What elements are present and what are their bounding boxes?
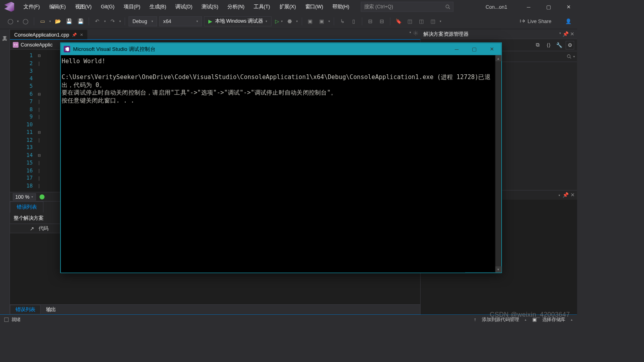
- save-button[interactable]: 💾: [64, 17, 74, 26]
- pin-icon[interactable]: 📌: [563, 192, 568, 198]
- console-output[interactable]: Hello World! C:\Users\VeritySeeker\OneDr…: [61, 55, 495, 273]
- console-close-button[interactable]: ✕: [483, 43, 501, 55]
- share-icon: [520, 18, 525, 24]
- tb-btn-g[interactable]: ⊟: [377, 17, 386, 26]
- separator: [34, 17, 34, 25]
- tb-btn-h[interactable]: 🔖: [394, 17, 403, 26]
- menu-file[interactable]: 文件(F): [19, 1, 44, 13]
- bottom-tab-errors[interactable]: 错误列表: [10, 305, 41, 314]
- separator: [302, 17, 302, 25]
- window-maximize-button[interactable]: ▢: [540, 0, 557, 13]
- editor-tab[interactable]: ConsoleApplication1.cpp 📌 ✕: [10, 30, 87, 39]
- tb-btn-e[interactable]: ▯: [349, 17, 358, 26]
- chevron-down-icon[interactable]: ▾: [409, 31, 411, 36]
- pin-icon[interactable]: 📌: [563, 31, 568, 37]
- menu-project[interactable]: 项目(P): [119, 1, 144, 13]
- start-debug-button[interactable]: ▶ 本地 Windows 调试器 ▾: [204, 16, 272, 26]
- se-settings-button[interactable]: ⚙: [566, 41, 574, 50]
- tab-filename: ConsoleApplication1.cpp: [14, 32, 69, 38]
- titlebar: 文件(F) 编辑(E) 视图(V) Git(G) 项目(P) 生成(B) 调试(…: [0, 0, 577, 14]
- tb-btn-j[interactable]: ◫: [417, 17, 426, 26]
- svg-point-0: [446, 5, 449, 8]
- close-icon[interactable]: ✕: [80, 33, 83, 37]
- nav-forward-button[interactable]: ◯: [21, 17, 30, 26]
- svg-point-3: [567, 55, 570, 58]
- vs-logo-icon: [4, 2, 14, 12]
- window-close-button[interactable]: ✕: [560, 0, 577, 13]
- platform-combo[interactable]: x64 ▾: [159, 16, 202, 26]
- menu-git[interactable]: Git(G): [97, 1, 119, 13]
- redo-button[interactable]: ↷: [108, 17, 117, 26]
- se-search-button[interactable]: [564, 52, 573, 61]
- menu-tools[interactable]: 工具(T): [249, 1, 274, 13]
- se-code-button[interactable]: ⟨⟩: [544, 41, 553, 50]
- menu-analyze[interactable]: 分析(N): [223, 1, 249, 13]
- menu-help[interactable]: 帮助(H): [328, 1, 354, 13]
- console-maximize-button[interactable]: ▢: [466, 43, 483, 55]
- scroll-up-button[interactable]: ▴: [495, 55, 501, 61]
- menu-build[interactable]: 生成(B): [145, 1, 171, 13]
- live-share-button[interactable]: Live Share: [517, 17, 554, 26]
- up-arrow-icon[interactable]: ↑: [474, 317, 476, 322]
- console-titlebar[interactable]: Microsoft Visual Studio 调试控制台 ─ ▢ ✕: [61, 43, 501, 55]
- error-scope-combo[interactable]: 整个解决方案: [14, 215, 43, 221]
- code-column-header[interactable]: 代码: [39, 225, 48, 232]
- console-minimize-button[interactable]: ─: [448, 43, 466, 55]
- close-icon[interactable]: ✕: [570, 192, 575, 198]
- nav-back-button[interactable]: ◯: [6, 17, 15, 26]
- start-without-debug-button[interactable]: ▷: [275, 18, 279, 24]
- chevron-down-icon: ▾: [151, 19, 153, 23]
- live-share-label: Live Share: [528, 18, 551, 24]
- window-minimize-button[interactable]: ─: [520, 0, 537, 13]
- tb-btn-c[interactable]: ▣: [317, 17, 326, 26]
- chevron-down-icon: ▾: [266, 19, 267, 23]
- bottom-panel-tabs: 错误列表 输出: [10, 304, 420, 314]
- open-file-button[interactable]: 📂: [53, 17, 62, 26]
- tb-btn-b[interactable]: ▣: [306, 17, 315, 26]
- gear-icon[interactable]: [413, 31, 418, 36]
- global-search-input[interactable]: 搜索 (Ctrl+Q): [361, 2, 453, 12]
- config-value: Debug: [132, 18, 147, 24]
- menu-window[interactable]: 窗口(W): [301, 1, 328, 13]
- chevron-down-icon: ▾: [49, 19, 51, 23]
- menu-debug[interactable]: 调试(D): [171, 1, 197, 13]
- vs-small-icon: [64, 46, 70, 52]
- tb-btn-i[interactable]: ◫: [405, 17, 415, 26]
- menu-extensions[interactable]: 扩展(X): [275, 1, 300, 13]
- status-ready-label: 就绪: [12, 316, 21, 323]
- se-wrench-button[interactable]: 🔧: [555, 41, 564, 50]
- undo-button[interactable]: ↶: [93, 17, 102, 26]
- line-number-gutter: 1 2 3 4 5 6 7 8 9 10 11 12 13 14 15 16 1…: [10, 50, 36, 192]
- toolbox-sidetab[interactable]: 工具: [0, 29, 10, 314]
- close-icon[interactable]: ✕: [570, 31, 574, 37]
- tb-btn-f[interactable]: ⊟: [366, 17, 375, 26]
- chevron-down-icon[interactable]: ▾: [573, 55, 575, 58]
- menu-test[interactable]: 测试(S): [197, 1, 222, 13]
- config-combo[interactable]: Debug ▾: [128, 16, 157, 26]
- tb-btn-k[interactable]: ◫: [428, 17, 437, 26]
- bottom-tab-output[interactable]: 输出: [41, 305, 61, 314]
- file-type-icon: ++: [13, 42, 18, 47]
- feedback-button[interactable]: 👤: [563, 17, 572, 26]
- chevron-down-icon[interactable]: ▾: [559, 31, 561, 37]
- tb-btn-d[interactable]: ↳: [338, 17, 347, 26]
- tb-btn-a[interactable]: ⬣: [285, 17, 294, 26]
- pin-icon[interactable]: 📌: [72, 33, 77, 37]
- debug-console-window: Microsoft Visual Studio 调试控制台 ─ ▢ ✕ Hell…: [60, 43, 502, 273]
- console-scrollbar[interactable]: ▴ ▾: [495, 55, 501, 273]
- separator: [89, 17, 89, 25]
- menu-edit[interactable]: 编辑(E): [45, 1, 70, 13]
- se-copy-button[interactable]: ⧉: [533, 41, 542, 50]
- health-ok-icon: [39, 194, 45, 199]
- menu-view[interactable]: 视图(V): [71, 1, 96, 13]
- scroll-down-button[interactable]: ▾: [495, 266, 501, 272]
- new-project-button[interactable]: ▭: [38, 17, 47, 26]
- chevron-down-icon[interactable]: ▾: [559, 194, 560, 197]
- save-all-button[interactable]: 💾: [76, 17, 85, 26]
- play-icon: ▶: [208, 18, 212, 24]
- chevron-down-icon: ▾: [440, 19, 441, 23]
- error-list-tab[interactable]: 错误列表: [10, 201, 43, 213]
- separator: [334, 17, 334, 25]
- zoom-combo[interactable]: 100 % ▾: [13, 193, 36, 200]
- solution-explorer-title: 解决方案资源管理器: [423, 31, 468, 37]
